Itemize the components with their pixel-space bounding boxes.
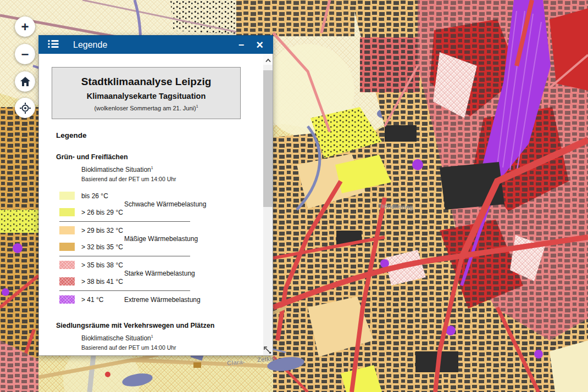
legend-list-button[interactable] — [46, 38, 61, 51]
legend-map-subtitle: Klimaanalysekarte Tagsituation — [57, 92, 236, 100]
legend-group-label: Extreme Wärmebelastung — [124, 296, 201, 304]
minimize-button[interactable]: − — [236, 39, 247, 51]
home-extent-button[interactable] — [15, 71, 35, 92]
legend-group-label: Starke Wärmebelastung — [124, 270, 195, 277]
map-street-label: Clara- — [227, 359, 246, 366]
legend-section-heading: Siedlungsräume mit Verkehrswegen und Plä… — [56, 322, 258, 329]
legend-entry-label: > 38 bis 41 °C — [81, 278, 123, 285]
chevron-up-icon — [265, 55, 271, 64]
legend-swatch — [59, 295, 75, 304]
legend-map-title: Stadtklimaanalyse Leipzig — [57, 76, 236, 88]
locate-button[interactable] — [15, 98, 35, 118]
map-street-label: Tröndlinring — [378, 203, 413, 210]
resize-handle-icon[interactable] — [263, 346, 271, 354]
legend-panel-titlebar[interactable]: Legende − × — [38, 35, 273, 54]
map-street-label: Zetkin — [257, 355, 276, 363]
scrollbar[interactable] — [263, 54, 273, 355]
locate-icon — [20, 103, 31, 114]
legend-group: > 41 °CExtreme Wärmebelastung — [52, 292, 258, 308]
plus-icon: + — [21, 19, 29, 35]
legend-content: Stadtklimaanalyse Leipzig Klimaanalyseka… — [39, 54, 263, 355]
legend-section-heading: Grün- und Freiflächen — [56, 153, 258, 161]
legend-panel-title: Legende — [73, 40, 236, 50]
legend-separator — [59, 221, 190, 222]
legend-separator — [59, 290, 190, 291]
legend-entry-label: > 32 bis 35 °C — [81, 243, 123, 251]
minus-icon: − — [21, 47, 29, 62]
legend-section-subheading: Bioklimatische Situation1 — [81, 334, 258, 342]
legend-section-note: Basierend auf der PET um 14:00 Uhr — [81, 344, 258, 351]
scroll-up-button[interactable] — [263, 54, 273, 65]
legend-group-label: Mäßige Wärmebelastung — [124, 235, 198, 243]
legend-section-note: Basierend auf der PET um 14:00 Uhr — [81, 176, 258, 182]
legend-swatch — [59, 208, 75, 216]
legend-separator — [59, 256, 190, 256]
legend-swatch — [59, 277, 75, 285]
legend-section-subheading: Bioklimatische Situation1 — [81, 166, 258, 173]
home-icon — [20, 77, 30, 86]
legend-swatch — [59, 226, 75, 234]
legend-group-label: Schwache Wärmebelastung — [124, 200, 206, 208]
legend-map-note: (wolkenloser Sommertag am 21. Juni)1 — [57, 104, 236, 111]
legend-panel-body: Stadtklimaanalyse Leipzig Klimaanalyseka… — [38, 54, 273, 356]
list-icon — [48, 42, 59, 50]
legend-title-box: Stadtklimaanalyse Leipzig Klimaanalyseka… — [52, 67, 241, 119]
legend-groups: bis 26 °C> 26 bis 29 °CSchwache Wärmebel… — [52, 188, 258, 308]
legend-group: bis 26 °C> 26 bis 29 °CSchwache Wärmebel… — [52, 188, 258, 221]
legend-sections: Grün- und FreiflächenBioklimatische Situ… — [52, 153, 258, 355]
scrollbar-thumb[interactable] — [263, 70, 273, 207]
zoom-in-button[interactable]: + — [15, 16, 35, 37]
legend-entry-label: > 29 bis 32 °C — [81, 227, 123, 234]
legend-group: > 35 bis 38 °C> 38 bis 41 °CStarke Wärme… — [52, 257, 258, 290]
zoom-out-button[interactable]: − — [15, 44, 35, 64]
legend-entry-label: bis 26 °C — [81, 192, 108, 200]
legend-panel: Legende − × Stadtklimaanalyse Leipzig Kl… — [38, 35, 273, 356]
legend-group: > 29 bis 32 °C> 32 bis 35 °CMäßige Wärme… — [52, 222, 258, 255]
legend-swatch — [59, 243, 75, 251]
legend-swatch — [59, 261, 75, 269]
legend-heading: Legende — [56, 131, 258, 139]
legend-entry-label: > 35 bis 38 °C — [81, 261, 123, 269]
app-root: Clara- Zetkin Tröndlinring + − — [0, 0, 588, 392]
close-button[interactable]: × — [254, 38, 265, 52]
legend-entry-label: > 26 bis 29 °C — [81, 209, 123, 216]
legend-entry-label: > 41 °C — [81, 296, 104, 304]
legend-swatch — [59, 192, 75, 200]
